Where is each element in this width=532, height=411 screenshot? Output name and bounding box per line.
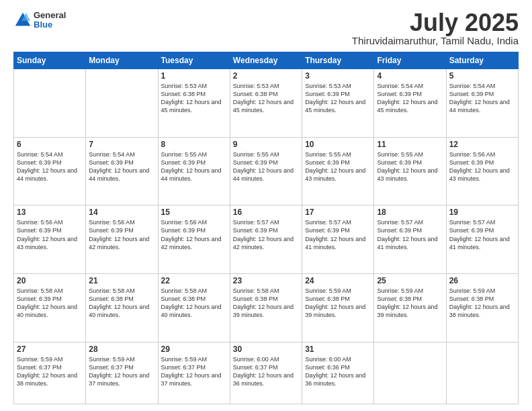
day-number: 22 [161,276,227,285]
calendar-day-cell: 31Sunrise: 6:00 AM Sunset: 6:36 PM Dayli… [302,342,374,404]
calendar-day-cell: 9Sunrise: 5:55 AM Sunset: 6:39 PM Daylig… [230,137,302,205]
calendar-day-cell: 4Sunrise: 5:54 AM Sunset: 6:39 PM Daylig… [374,69,446,138]
day-number: 20 [17,276,83,285]
calendar-day-cell: 6Sunrise: 5:54 AM Sunset: 6:39 PM Daylig… [14,137,86,205]
day-info: Sunrise: 5:57 AM Sunset: 6:39 PM Dayligh… [449,218,515,251]
calendar-day-cell [446,342,518,404]
calendar-day-cell: 10Sunrise: 5:55 AM Sunset: 6:39 PM Dayli… [302,137,374,205]
calendar-day-cell: 25Sunrise: 5:59 AM Sunset: 6:38 PM Dayli… [374,273,446,342]
calendar-day-cell: 7Sunrise: 5:54 AM Sunset: 6:39 PM Daylig… [86,137,158,205]
day-info: Sunrise: 5:57 AM Sunset: 6:39 PM Dayligh… [377,218,443,251]
calendar-day-header: Monday [86,52,158,69]
calendar-day-cell: 26Sunrise: 5:59 AM Sunset: 6:38 PM Dayli… [446,273,518,342]
day-number: 29 [161,345,227,354]
calendar-week-row: 27Sunrise: 5:59 AM Sunset: 6:37 PM Dayli… [14,342,519,404]
day-info: Sunrise: 6:00 AM Sunset: 6:36 PM Dayligh… [305,355,371,388]
calendar-day-header: Saturday [446,52,518,69]
calendar-day-cell: 24Sunrise: 5:59 AM Sunset: 6:38 PM Dayli… [302,273,374,342]
day-number: 25 [377,276,443,285]
day-info: Sunrise: 5:57 AM Sunset: 6:39 PM Dayligh… [305,218,371,251]
day-number: 14 [89,208,154,217]
day-number: 11 [377,140,443,149]
day-number: 24 [305,276,371,285]
day-info: Sunrise: 5:59 AM Sunset: 6:37 PM Dayligh… [89,355,154,388]
calendar-day-cell: 28Sunrise: 5:59 AM Sunset: 6:37 PM Dayli… [86,342,158,404]
day-number: 10 [305,140,371,149]
calendar-week-row: 1Sunrise: 5:53 AM Sunset: 6:38 PM Daylig… [14,69,519,138]
calendar-week-row: 20Sunrise: 5:58 AM Sunset: 6:39 PM Dayli… [14,273,519,342]
calendar-day-cell: 18Sunrise: 5:57 AM Sunset: 6:39 PM Dayli… [374,205,446,274]
day-info: Sunrise: 5:53 AM Sunset: 6:39 PM Dayligh… [305,82,371,115]
calendar-day-cell [374,342,446,404]
day-number: 27 [17,345,83,354]
calendar-week-row: 13Sunrise: 5:56 AM Sunset: 6:39 PM Dayli… [14,205,519,274]
page-header: General Blue July 2025 Thiruvidaimaruthu… [13,11,519,46]
day-info: Sunrise: 5:59 AM Sunset: 6:38 PM Dayligh… [377,287,443,320]
day-info: Sunrise: 5:58 AM Sunset: 6:38 PM Dayligh… [233,287,299,320]
calendar-day-cell: 15Sunrise: 5:56 AM Sunset: 6:39 PM Dayli… [158,205,230,274]
day-info: Sunrise: 5:54 AM Sunset: 6:39 PM Dayligh… [377,82,443,115]
calendar-day-cell: 5Sunrise: 5:54 AM Sunset: 6:39 PM Daylig… [446,69,518,138]
day-number: 21 [89,276,154,285]
day-info: Sunrise: 5:56 AM Sunset: 6:39 PM Dayligh… [449,150,515,183]
day-info: Sunrise: 5:58 AM Sunset: 6:38 PM Dayligh… [161,287,227,320]
calendar-day-cell: 3Sunrise: 5:53 AM Sunset: 6:39 PM Daylig… [302,69,374,138]
calendar-day-cell: 11Sunrise: 5:55 AM Sunset: 6:39 PM Dayli… [374,137,446,205]
calendar-day-cell [86,69,158,138]
calendar-day-header: Sunday [14,52,86,69]
calendar-day-cell: 2Sunrise: 5:53 AM Sunset: 6:38 PM Daylig… [230,69,302,138]
day-number: 12 [449,140,515,149]
calendar-week-row: 6Sunrise: 5:54 AM Sunset: 6:39 PM Daylig… [14,137,519,205]
day-info: Sunrise: 5:53 AM Sunset: 6:38 PM Dayligh… [161,82,227,115]
calendar-day-cell: 30Sunrise: 6:00 AM Sunset: 6:37 PM Dayli… [230,342,302,404]
day-number: 15 [161,208,227,217]
logo-icon [13,11,32,30]
title-section: July 2025 Thiruvidaimaruthur, Tamil Nadu… [352,11,519,46]
day-number: 28 [89,345,154,354]
calendar-day-header: Wednesday [230,52,302,69]
day-info: Sunrise: 5:54 AM Sunset: 6:39 PM Dayligh… [17,150,83,183]
calendar-day-header: Tuesday [158,52,230,69]
day-number: 6 [17,140,83,149]
day-info: Sunrise: 5:59 AM Sunset: 6:38 PM Dayligh… [305,287,371,320]
location-subtitle: Thiruvidaimaruthur, Tamil Nadu, India [352,35,519,46]
calendar-day-cell: 29Sunrise: 5:59 AM Sunset: 6:37 PM Dayli… [158,342,230,404]
calendar-header-row: SundayMondayTuesdayWednesdayThursdayFrid… [14,52,519,69]
day-info: Sunrise: 5:59 AM Sunset: 6:37 PM Dayligh… [17,355,83,388]
day-number: 31 [305,345,371,354]
day-info: Sunrise: 5:57 AM Sunset: 6:39 PM Dayligh… [233,218,299,251]
day-info: Sunrise: 5:59 AM Sunset: 6:37 PM Dayligh… [161,355,227,388]
calendar-day-cell: 19Sunrise: 5:57 AM Sunset: 6:39 PM Dayli… [446,205,518,274]
day-number: 13 [17,208,83,217]
day-number: 9 [233,140,299,149]
calendar-day-cell [14,69,86,138]
day-info: Sunrise: 6:00 AM Sunset: 6:37 PM Dayligh… [233,355,299,388]
calendar-day-cell: 23Sunrise: 5:58 AM Sunset: 6:38 PM Dayli… [230,273,302,342]
day-number: 16 [233,208,299,217]
day-number: 4 [377,71,443,81]
calendar-day-cell: 13Sunrise: 5:56 AM Sunset: 6:39 PM Dayli… [14,205,86,274]
day-info: Sunrise: 5:56 AM Sunset: 6:39 PM Dayligh… [17,218,83,251]
day-number: 23 [233,276,299,285]
day-info: Sunrise: 5:55 AM Sunset: 6:39 PM Dayligh… [305,150,371,183]
calendar-day-cell: 22Sunrise: 5:58 AM Sunset: 6:38 PM Dayli… [158,273,230,342]
calendar-day-cell: 17Sunrise: 5:57 AM Sunset: 6:39 PM Dayli… [302,205,374,274]
day-info: Sunrise: 5:54 AM Sunset: 6:39 PM Dayligh… [89,150,154,183]
day-number: 7 [89,140,154,149]
day-number: 1 [161,71,227,81]
calendar-table: SundayMondayTuesdayWednesdayThursdayFrid… [13,52,519,404]
logo-blue: Blue [34,20,66,30]
calendar-day-header: Friday [374,52,446,69]
day-number: 8 [161,140,227,149]
calendar-day-cell: 14Sunrise: 5:56 AM Sunset: 6:39 PM Dayli… [86,205,158,274]
calendar-day-header: Thursday [302,52,374,69]
day-number: 2 [233,71,299,81]
day-number: 3 [305,71,371,81]
day-info: Sunrise: 5:55 AM Sunset: 6:39 PM Dayligh… [233,150,299,183]
day-info: Sunrise: 5:58 AM Sunset: 6:38 PM Dayligh… [89,287,154,320]
day-info: Sunrise: 5:56 AM Sunset: 6:39 PM Dayligh… [161,218,227,251]
day-number: 18 [377,208,443,217]
calendar-day-cell: 8Sunrise: 5:55 AM Sunset: 6:39 PM Daylig… [158,137,230,205]
day-number: 17 [305,208,371,217]
logo-general: General [34,11,66,20]
